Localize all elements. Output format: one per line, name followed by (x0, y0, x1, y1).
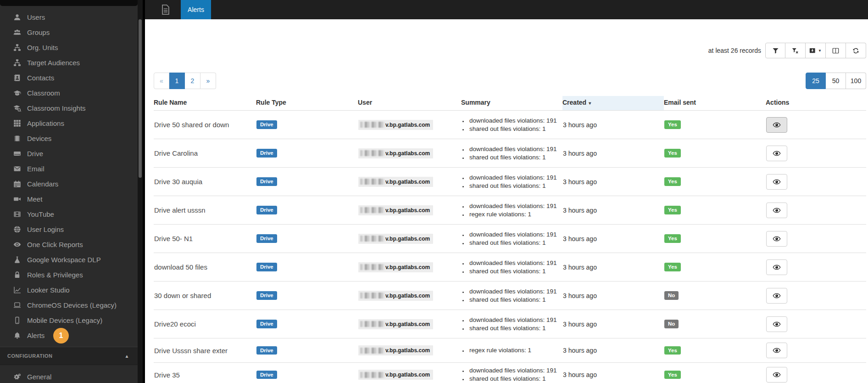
sidebar-item-meet[interactable]: Meet (0, 192, 138, 207)
sidebar-item-label: Drive (27, 150, 43, 158)
table-row: download 50 filesDrivev.bp.gatlabs.comdo… (154, 253, 866, 282)
view-alert-button[interactable] (766, 288, 787, 304)
columns-button[interactable] (826, 43, 846, 58)
sidebar-item-user-logins[interactable]: User Logins (0, 222, 138, 237)
view-alert-button[interactable] (766, 117, 787, 133)
sidebar-item-org-units[interactable]: Org. Units (0, 40, 138, 55)
page-size-button-50[interactable]: 50 (826, 73, 846, 89)
video-camera-icon (12, 195, 22, 203)
collapse-caret-icon[interactable]: ▲ (125, 354, 129, 359)
sidebar-item-looker-studio[interactable]: Looker Studio (0, 282, 138, 298)
cell-user: v.bp.gatlabs.com (358, 168, 461, 196)
view-alert-button[interactable] (766, 259, 787, 275)
alerts-table-wrap: Rule NameRule TypeUserSummaryCreated▾Ema… (154, 96, 866, 383)
cell-email-sent: Yes (664, 111, 766, 139)
view-alert-button[interactable] (766, 316, 787, 332)
column-header-created[interactable]: Created▾ (562, 96, 664, 111)
sidebar-item-google-workspace-dlp[interactable]: Google Workspace DLP (0, 252, 138, 267)
sidebar-item-users[interactable]: Users (0, 10, 138, 25)
sidebar-item-target-audiences[interactable]: Target Audiences (0, 55, 138, 70)
created-text: 3 hours ago (563, 264, 597, 271)
rule-type-badge: Drive (256, 149, 277, 158)
sidebar-item-chromeos-devices-legacy[interactable]: ChromeOS Devices (Legacy) (0, 298, 138, 313)
view-alert-button[interactable] (766, 174, 787, 190)
view-alert-button[interactable] (766, 203, 787, 218)
sidebar-item-label: Calendars (27, 180, 58, 188)
table-row: 30 down or sharedDrivev.bp.gatlabs.comdo… (154, 282, 866, 310)
pager-row: «12» 2550100 (154, 73, 866, 89)
sidebar-item-drive[interactable]: Drive (0, 146, 138, 161)
sidebar-item-label: Devices (27, 135, 51, 142)
export-button[interactable]: ▼ (806, 43, 826, 58)
page-size-button-100[interactable]: 100 (846, 73, 866, 89)
page-size-button-25[interactable]: 25 (806, 73, 826, 89)
tab-alerts[interactable]: Alerts (181, 0, 211, 19)
document-icon[interactable] (160, 4, 171, 15)
cell-rule-type: Drive (256, 282, 358, 310)
sidebar-item-label: Mobile Devices (Legacy) (27, 316, 102, 324)
view-alert-button[interactable] (766, 146, 787, 161)
column-header-summary[interactable]: Summary (461, 96, 562, 111)
sidebar-item-general[interactable]: General (0, 369, 138, 383)
column-header-user[interactable]: User (358, 96, 461, 111)
summary-list: downloaded files violations: 191shared o… (462, 117, 559, 133)
cell-actions (766, 225, 866, 253)
table-row: Drive 30 auquiaDrivev.bp.gatlabs.comdown… (154, 168, 866, 196)
cell-created: 3 hours ago (562, 253, 664, 282)
sidebar-scrollbar[interactable] (138, 0, 143, 383)
user-email-chip: v.bp.gatlabs.com (358, 345, 433, 355)
created-text: 3 hours ago (563, 321, 597, 328)
sidebar-item-applications[interactable]: Applications (0, 116, 138, 131)
view-alert-button[interactable] (766, 343, 787, 358)
column-header-actions[interactable]: Actions (766, 96, 866, 111)
sidebar-item-label: One Click Reports (27, 241, 83, 248)
table-row: Drive 50 shared or downDrivev.bp.gatlabs… (154, 111, 866, 139)
cell-summary: downloaded files violations: 191shared o… (461, 282, 562, 310)
prev-page-button[interactable]: « (154, 73, 169, 89)
next-page-button[interactable]: » (200, 73, 216, 89)
action-wrap (766, 259, 787, 275)
grid-icon (12, 119, 22, 127)
page-button-2[interactable]: 2 (185, 73, 200, 89)
sidebar-item-classroom[interactable]: Classroom (0, 85, 138, 101)
rule-type-badge: Drive (256, 177, 277, 186)
configuration-section-header[interactable]: CONFIGURATION ▲ (0, 347, 138, 365)
rule-type-badge: Drive (256, 263, 277, 271)
user-icon (12, 13, 22, 21)
view-alert-button[interactable] (766, 231, 787, 247)
cell-summary: downloaded files violations: 191regex ru… (461, 196, 562, 225)
page-button-1[interactable]: 1 (169, 73, 185, 89)
sidebar-item-calendars[interactable]: Calendars (0, 176, 138, 192)
filter-button[interactable] (765, 43, 785, 58)
sidebar-item-roles-privileges[interactable]: Roles & Privileges (0, 267, 138, 282)
sidebar-item-devices[interactable]: Devices (0, 131, 138, 146)
sidebar-item-contacts[interactable]: Contacts (0, 70, 138, 85)
sidebar-item-one-click-reports[interactable]: One Click Reports (0, 237, 138, 252)
sidebar-scrollbar-thumb[interactable] (139, 19, 142, 178)
chip-icon (12, 135, 22, 142)
column-header-label: Rule Name (154, 99, 187, 106)
sidebar-item-mobile-devices-legacy[interactable]: Mobile Devices (Legacy) (0, 313, 138, 328)
cell-user: v.bp.gatlabs.com (358, 310, 461, 338)
sidebar-item-groups[interactable]: Groups (0, 25, 138, 40)
hard-drive-icon (12, 150, 22, 158)
cell-rule-name: Drive 50 shared or down (154, 111, 256, 139)
cell-rule-name: Drive Carolina (154, 139, 256, 168)
sidebar-item-youtube[interactable]: YouTube (0, 207, 138, 222)
sidebar-item-classroom-insights[interactable]: Classroom Insights (0, 101, 138, 116)
redacted-email-prefix (360, 264, 385, 270)
column-header-email-sent[interactable]: Email sent (664, 96, 766, 111)
records-count-label: at least 26 records (708, 47, 761, 54)
email-sent-badge: Yes (664, 371, 681, 379)
refresh-button[interactable] (846, 43, 866, 58)
caret-down-icon: ▼ (818, 49, 822, 53)
sidebar-item-alerts[interactable]: Alerts (0, 328, 138, 343)
sidebar-item-label: Groups (27, 28, 50, 36)
column-header-rule-type[interactable]: Rule Type (256, 96, 358, 111)
clear-filter-button[interactable] (785, 43, 806, 58)
cell-actions (766, 310, 866, 338)
view-alert-button[interactable] (766, 367, 787, 383)
sidebar-item-email[interactable]: Email (0, 161, 138, 176)
column-header-rule-name[interactable]: Rule Name (154, 96, 256, 111)
cell-actions (766, 363, 866, 383)
